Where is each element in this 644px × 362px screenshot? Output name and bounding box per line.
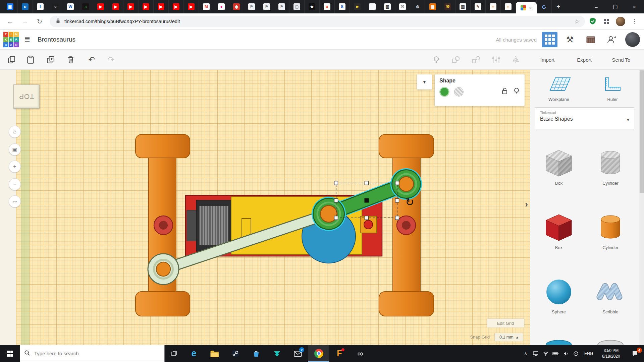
sidebar-scrollbar[interactable]: [639, 70, 644, 345]
tab-gmail[interactable]: M: [199, 0, 214, 13]
taskbar-app-chrome[interactable]: [308, 345, 329, 362]
tab-piano-keys[interactable]: ▥: [455, 0, 471, 13]
taskbar-search[interactable]: [20, 345, 165, 362]
tab-map-pin[interactable]: ⚑: [244, 0, 259, 13]
tab-star-black[interactable]: ★: [305, 0, 320, 13]
tab-globe-dark[interactable]: ⊕: [410, 0, 425, 13]
tab-youtube[interactable]: ▶: [93, 0, 108, 13]
tab-map-pin[interactable]: ⚑: [274, 0, 289, 13]
zoom-in-button[interactable]: +: [9, 161, 21, 173]
copy-button[interactable]: [6, 54, 17, 65]
tab-outlook[interactable]: o: [18, 0, 33, 13]
start-button[interactable]: [0, 345, 20, 362]
mirror-button[interactable]: [510, 54, 521, 65]
taskbar-app-filmora[interactable]: F: [329, 345, 350, 362]
edit-grid-button[interactable]: Edit Grid: [487, 319, 524, 327]
workplane-tool[interactable]: Workplane: [540, 75, 577, 102]
back-button[interactable]: ←: [5, 16, 15, 27]
snap-grid-select[interactable]: 0.1 mm ▴: [494, 333, 523, 341]
tab-monkey-emoji[interactable]: ☺: [501, 0, 516, 13]
send-to-button[interactable]: Send To: [604, 50, 638, 70]
tab-songsterr[interactable]: S: [335, 0, 350, 13]
taskbar-app-steam[interactable]: [225, 345, 246, 362]
taskbar-app-camtasia[interactable]: ∞: [350, 345, 371, 362]
display-icon[interactable]: [531, 345, 541, 362]
taskbar-app-store[interactable]: [246, 345, 267, 362]
design-menu-icon[interactable]: ≣: [24, 35, 30, 44]
shape-partial-next-row[interactable]: [597, 340, 624, 345]
tab-google[interactable]: G: [537, 0, 552, 13]
tinkercad-logo[interactable]: TINKERCAD: [3, 32, 19, 47]
redo-button[interactable]: ↷: [105, 54, 117, 65]
taskbar-app-mail[interactable]: 2: [287, 345, 308, 362]
share-user-icon[interactable]: [605, 34, 618, 45]
taskbar-app-predator[interactable]: [267, 345, 287, 362]
model-axle-left[interactable]: [154, 216, 173, 235]
tab-map-pin[interactable]: ⚑: [259, 0, 274, 13]
hide-lightbulb-icon[interactable]: [513, 87, 520, 97]
wifi-icon[interactable]: [541, 345, 551, 362]
tab-youtube[interactable]: ▶: [154, 0, 169, 13]
battery-icon[interactable]: [551, 345, 561, 362]
task-view-button[interactable]: [165, 345, 183, 362]
tab-tinkercad-active[interactable]: ×: [516, 2, 537, 13]
tab-youtube[interactable]: ▶: [108, 0, 123, 13]
show-all-button[interactable]: [431, 54, 442, 65]
tab-youtube[interactable]: ▶: [184, 0, 199, 13]
browser-menu-kebab-icon[interactable]: ⋮: [629, 16, 640, 27]
tab-watch[interactable]: ○: [48, 0, 63, 13]
search-input[interactable]: [34, 350, 160, 357]
shape-cylinder-hole[interactable]: Cylinder: [585, 147, 636, 186]
tab-monkey-emoji[interactable]: ☺: [486, 0, 501, 13]
tab-emoji-face[interactable]: ☻: [350, 0, 365, 13]
shape-category-dropdown[interactable]: Tinkercad Basic Shapes ▾: [535, 107, 634, 129]
export-button[interactable]: Export: [568, 50, 601, 70]
shape-sphere[interactable]: Sphere: [534, 276, 584, 314]
url-bar[interactable]: tinkercad.com/things/b6BfwcXqxPY-brontos…: [50, 16, 585, 27]
tab-youtube[interactable]: ▶: [123, 0, 139, 13]
tab-grid-orange[interactable]: ▦: [425, 0, 440, 13]
ungroup-button[interactable]: [470, 54, 482, 65]
speaker-icon[interactable]: [561, 345, 571, 362]
window-close-button[interactable]: ×: [625, 0, 644, 13]
tab-flickr[interactable]: ●: [214, 0, 229, 13]
tab-facebook[interactable]: f: [33, 0, 48, 13]
bookmark-star-icon[interactable]: ☆: [574, 18, 580, 25]
ruler-tool[interactable]: Ruler: [594, 75, 631, 102]
sidebar-collapse-chevron[interactable]: ›: [525, 199, 528, 209]
tab-ultimate-guitar[interactable]: u: [320, 0, 335, 13]
tab-hammers[interactable]: ⚒: [395, 0, 410, 13]
reload-button[interactable]: ↻: [34, 16, 45, 27]
view-cube[interactable]: TOP: [13, 84, 40, 109]
taskbar-app-explorer[interactable]: [204, 345, 225, 362]
shape-scribble[interactable]: Scribble: [585, 276, 636, 314]
tab-spotify[interactable]: ♫: [78, 0, 93, 13]
minecraft-export-icon[interactable]: ⚒: [564, 34, 576, 45]
tab-close-icon[interactable]: ×: [529, 5, 532, 11]
group-button[interactable]: [450, 54, 462, 65]
taskbar-clock[interactable]: 3:50 PM 8/18/2020: [596, 348, 626, 359]
scrollbar-thumb[interactable]: [640, 70, 644, 193]
tab-blank[interactable]: [365, 0, 380, 13]
delete-button[interactable]: [65, 54, 76, 65]
tab-youtube[interactable]: ▶: [139, 0, 154, 13]
browser-profile-avatar[interactable]: [616, 17, 625, 26]
pen-settings-icon[interactable]: [571, 345, 581, 362]
shape-cylinder[interactable]: Cylinder: [585, 212, 636, 250]
model-axle-right[interactable]: [397, 216, 416, 235]
extensions-icon[interactable]: [603, 18, 610, 26]
solid-color-swatch[interactable]: [439, 87, 449, 97]
home-view-button[interactable]: ⌂: [9, 126, 21, 138]
hole-swatch[interactable]: [454, 87, 464, 97]
paste-button[interactable]: [25, 54, 36, 65]
forward-button[interactable]: →: [19, 16, 30, 27]
shape-box[interactable]: Box: [534, 212, 584, 250]
brick-export-icon[interactable]: [584, 34, 597, 45]
align-button[interactable]: [490, 54, 502, 65]
zoom-out-button[interactable]: −: [9, 178, 21, 190]
model-viewport[interactable]: ↻: [0, 70, 530, 345]
tray-overflow-chevron-icon[interactable]: ∧: [521, 345, 531, 362]
shape-partial-next-row[interactable]: [546, 340, 572, 345]
rotate-handle[interactable]: ↻: [405, 196, 414, 208]
fit-view-button[interactable]: ▣: [9, 143, 21, 156]
